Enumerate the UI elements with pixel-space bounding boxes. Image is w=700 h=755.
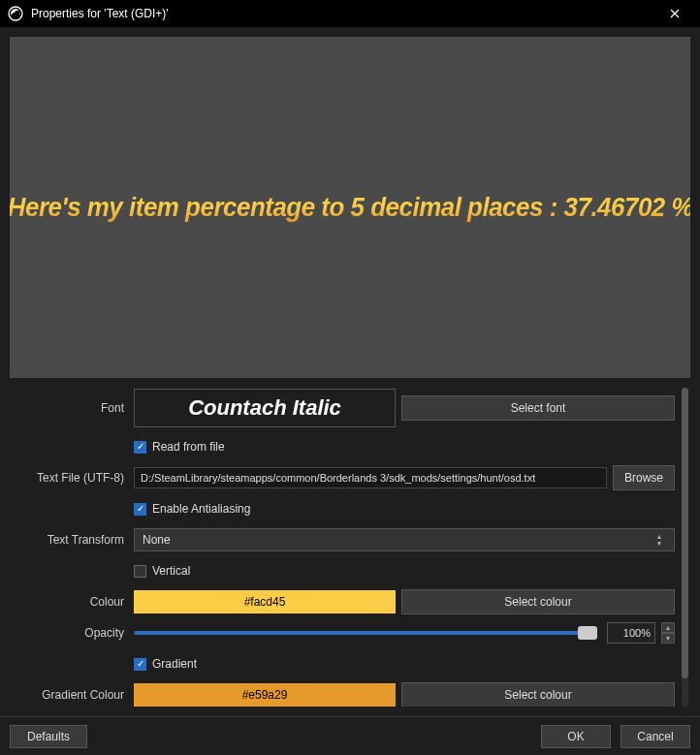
opacity-value[interactable]: 100%: [607, 622, 655, 644]
opacity-slider[interactable]: [134, 631, 597, 635]
defaults-button[interactable]: Defaults: [10, 725, 87, 748]
select-gradient-colour-button[interactable]: Select colour: [401, 682, 675, 707]
checkbox-empty-icon: [134, 565, 146, 578]
font-label: Font: [10, 401, 134, 415]
gradient-checkbox[interactable]: ✓ Gradient: [134, 657, 675, 671]
select-colour-button[interactable]: Select colour: [401, 589, 675, 614]
text-preview: Here's my item percentage to 5 decimal p…: [10, 37, 690, 378]
checkbox-check-icon: ✓: [134, 441, 146, 454]
close-icon: [670, 9, 680, 18]
updown-icon: ▲▼: [652, 533, 666, 547]
checkbox-check-icon: ✓: [134, 503, 146, 516]
text-file-label: Text File (UTF-8): [10, 471, 134, 485]
opacity-label: Opacity: [10, 626, 134, 640]
scrollbar-thumb[interactable]: [682, 388, 688, 678]
preview-text: Here's my item percentage to 5 decimal p…: [10, 193, 690, 223]
obs-icon: [8, 6, 23, 21]
text-file-input[interactable]: [134, 467, 607, 488]
colour-label: Colour: [10, 595, 134, 609]
vertical-checkbox[interactable]: Vertical: [134, 564, 675, 578]
properties-panel: Font Countach Italic Select font ✓ Read …: [10, 388, 690, 707]
gradient-colour-swatch[interactable]: #e59a29: [134, 683, 396, 707]
gradient-colour-label: Gradient Colour: [10, 688, 134, 702]
opacity-up[interactable]: ▲: [661, 622, 675, 633]
titlebar[interactable]: Properties for 'Text (GDI+)': [0, 0, 700, 27]
properties-dialog: Properties for 'Text (GDI+)' Here's my i…: [0, 0, 700, 755]
dialog-footer: Defaults OK Cancel: [0, 716, 700, 755]
opacity-down[interactable]: ▼: [661, 633, 675, 644]
colour-swatch[interactable]: #facd45: [134, 590, 396, 613]
antialias-checkbox[interactable]: ✓ Enable Antialiasing: [134, 502, 675, 516]
ok-button[interactable]: OK: [541, 725, 611, 748]
text-transform-select[interactable]: None ▲▼: [134, 528, 675, 551]
read-from-file-checkbox[interactable]: ✓ Read from file: [134, 440, 675, 454]
browse-button[interactable]: Browse: [613, 465, 675, 490]
slider-thumb[interactable]: [578, 626, 597, 640]
select-font-button[interactable]: Select font: [401, 395, 675, 421]
window-title: Properties for 'Text (GDI+)': [31, 7, 657, 20]
checkbox-check-icon: ✓: [134, 658, 146, 671]
text-transform-label: Text Transform: [10, 533, 134, 547]
font-name-display: Countach Italic: [134, 389, 396, 427]
close-button[interactable]: [657, 0, 692, 27]
cancel-button[interactable]: Cancel: [620, 725, 690, 748]
